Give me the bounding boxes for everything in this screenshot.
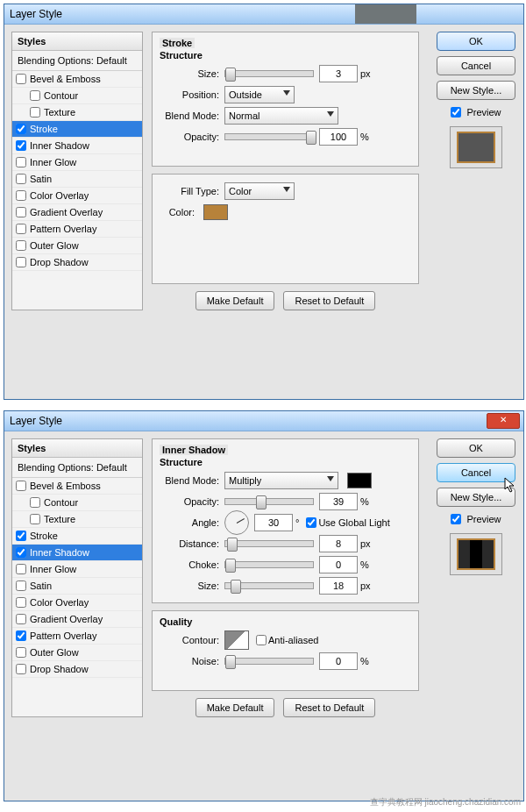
slider-thumb[interactable] [231,580,241,594]
style-checkbox[interactable] [16,481,26,491]
noise-slider[interactable] [224,658,314,665]
style-item-inner-shadow[interactable]: Inner Shadow [12,545,142,561]
slider-thumb[interactable] [227,538,238,552]
style-item-bevel-emboss[interactable]: Bevel & Emboss [12,71,142,88]
style-checkbox[interactable] [16,240,26,251]
style-checkbox[interactable] [16,664,26,674]
style-checkbox[interactable] [30,107,40,118]
style-item-drop-shadow[interactable]: Drop Shadow [12,254,142,271]
style-item-pattern-overlay[interactable]: Pattern Overlay [12,628,142,645]
slider-thumb[interactable] [225,68,236,82]
blending-options-default[interactable]: Blending Options: Default [12,51,142,71]
blending-options-default[interactable]: Blending Options: Default [12,458,142,478]
styles-header[interactable]: Styles [12,32,142,51]
style-checkbox[interactable] [16,630,26,641]
style-item-contour[interactable]: Contour [12,495,142,511]
antialiased-checkbox[interactable] [256,635,267,645]
style-item-texture[interactable]: Texture [12,104,142,121]
cancel-button[interactable]: Cancel [437,56,515,75]
style-item-outer-glow[interactable]: Outer Glow [12,238,142,254]
style-checkbox[interactable] [16,257,26,267]
style-checkbox[interactable] [30,497,40,508]
style-item-outer-glow[interactable]: Outer Glow [12,645,142,661]
style-checkbox[interactable] [16,614,26,624]
style-checkbox[interactable] [16,647,26,658]
angle-dial[interactable] [224,510,249,535]
noise-input[interactable] [319,652,358,670]
style-checkbox[interactable] [16,547,26,558]
angle-input[interactable] [254,514,293,531]
style-checkbox[interactable] [16,597,26,608]
ok-button[interactable]: OK [437,32,515,51]
opacity-input[interactable] [319,128,358,146]
ok-button[interactable]: OK [437,438,515,458]
choke-input[interactable] [319,556,358,573]
new-style-button[interactable]: New Style... [437,488,515,507]
style-checkbox[interactable] [16,207,26,217]
opacity-input[interactable] [319,493,358,510]
make-default-button[interactable]: Make Default [195,698,275,717]
preview-checkbox[interactable] [451,514,461,524]
contour-picker[interactable] [224,630,249,650]
slider-thumb[interactable] [225,559,236,573]
style-checkbox[interactable] [30,514,40,524]
size-row: Size: px [160,64,411,83]
reset-default-button[interactable]: Reset to Default [283,698,375,717]
filltype-dropdown[interactable]: Color [224,182,295,200]
style-checkbox[interactable] [16,190,26,201]
style-item-gradient-overlay[interactable]: Gradient Overlay [12,204,142,221]
preview-checkbox[interactable] [451,107,461,118]
reset-default-button[interactable]: Reset to Default [283,291,375,310]
slider-thumb[interactable] [306,131,316,145]
style-checkbox[interactable] [16,531,26,541]
style-checkbox[interactable] [16,140,26,151]
style-item-inner-glow[interactable]: Inner Glow [12,154,142,171]
titlebar[interactable]: Layer Style ✕ [4,411,523,431]
size-input[interactable] [319,65,358,82]
blendmode-dropdown[interactable]: Multiply [224,472,338,489]
style-item-bevel-emboss[interactable]: Bevel & Emboss [12,478,142,495]
cancel-button[interactable]: Cancel [437,463,515,482]
slider-thumb[interactable] [256,495,267,509]
style-item-contour[interactable]: Contour [12,88,142,104]
style-item-satin[interactable]: Satin [12,578,142,595]
style-checkbox[interactable] [16,157,26,167]
global-light-checkbox[interactable] [306,517,316,528]
style-checkbox[interactable] [16,74,26,84]
make-default-button[interactable]: Make Default [195,291,275,310]
style-item-stroke[interactable]: Stroke [12,121,142,138]
distance-input[interactable] [319,535,358,552]
style-item-drop-shadow[interactable]: Drop Shadow [12,661,142,678]
style-item-inner-glow[interactable]: Inner Glow [12,561,142,578]
style-checkbox[interactable] [30,90,40,101]
shadow-color-swatch[interactable] [347,473,372,488]
style-item-stroke[interactable]: Stroke [12,528,142,545]
opacity-slider[interactable] [224,133,314,140]
style-checkbox[interactable] [16,564,26,574]
size-slider[interactable] [224,582,314,589]
style-checkbox[interactable] [16,581,26,591]
style-item-inner-shadow[interactable]: Inner Shadow [12,138,142,154]
position-dropdown[interactable]: Outside [224,86,295,103]
blendmode-dropdown[interactable]: Normal [224,107,338,125]
close-button[interactable]: ✕ [487,413,520,429]
size-input[interactable] [319,577,358,595]
size-slider[interactable] [224,70,314,77]
style-item-color-overlay[interactable]: Color Overlay [12,595,142,611]
color-swatch[interactable] [203,204,228,220]
style-checkbox[interactable] [16,224,26,234]
style-checkbox[interactable] [16,124,26,134]
style-item-color-overlay[interactable]: Color Overlay [12,188,142,204]
choke-slider[interactable] [224,561,314,568]
styles-header[interactable]: Styles [12,439,142,458]
slider-thumb[interactable] [225,655,236,669]
titlebar[interactable]: Layer Style [4,4,523,25]
style-item-gradient-overlay[interactable]: Gradient Overlay [12,611,142,628]
distance-slider[interactable] [224,540,314,547]
style-item-pattern-overlay[interactable]: Pattern Overlay [12,221,142,238]
style-item-texture[interactable]: Texture [12,511,142,528]
new-style-button[interactable]: New Style... [437,81,515,100]
opacity-slider[interactable] [224,498,314,505]
style-checkbox[interactable] [16,174,26,184]
style-item-satin[interactable]: Satin [12,171,142,188]
